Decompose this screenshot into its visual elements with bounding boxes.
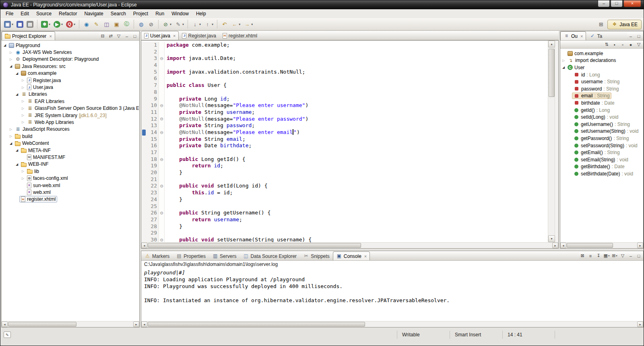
collapse-fold-icon[interactable]: ⊖ bbox=[160, 157, 163, 162]
scroll-lock-icon[interactable]: ≡ bbox=[587, 252, 594, 259]
menu-project[interactable]: Project bbox=[130, 10, 152, 18]
project-item-lib[interactable]: ▷lib bbox=[2, 168, 139, 175]
debug-button[interactable]: ✱▾ bbox=[40, 19, 52, 29]
code-line-9[interactable]: 9 private Long id; bbox=[141, 96, 548, 103]
collapse-fold-icon[interactable]: ⊖ bbox=[160, 56, 163, 61]
project-item-meta-inf[interactable]: ◢META-INF bbox=[2, 147, 139, 154]
pencil-icon[interactable]: ✎ bbox=[4, 332, 11, 338]
outline-item-id[interactable]: id : Long bbox=[560, 71, 643, 78]
code-line-11[interactable]: 11 private String username; bbox=[141, 109, 548, 116]
view-menu-icon[interactable]: ▽ bbox=[635, 41, 642, 48]
sort-icon[interactable]: ⇅ bbox=[603, 41, 610, 48]
new-ejb-button[interactable]: ◫ bbox=[102, 19, 111, 29]
project-item-playground[interactable]: ◢Playground bbox=[2, 42, 139, 49]
dropdown-caret-icon[interactable]: ▾ bbox=[182, 23, 184, 26]
menu-file[interactable]: File bbox=[2, 10, 17, 18]
java-ee-perspective-button[interactable]: ❖ Java EE bbox=[607, 20, 642, 29]
dropdown-caret-icon[interactable]: ▾ bbox=[251, 23, 253, 26]
menu-search[interactable]: Search bbox=[107, 10, 130, 18]
close-icon[interactable]: × bbox=[580, 34, 583, 39]
outline-item-setusername-string[interactable]: setUsername(String) : void bbox=[560, 128, 643, 135]
outline-item-setbirthdate-date[interactable]: setBirthdate(Date) : void bbox=[560, 170, 643, 177]
open-web-browser-button[interactable]: ◍ bbox=[136, 19, 146, 29]
tab-register-java[interactable]: JRegister.java bbox=[179, 31, 219, 40]
scroll-left-icon[interactable]: ◂ bbox=[141, 243, 147, 248]
tab-ta[interactable]: ✓Ta bbox=[586, 31, 605, 40]
link-with-editor-icon[interactable]: ⇄ bbox=[107, 33, 114, 39]
outline-item-setemail-string[interactable]: setEmail(String) : void bbox=[560, 156, 643, 163]
dropdown-caret-icon[interactable]: ▾ bbox=[212, 23, 213, 26]
collapsed-arrow-icon[interactable]: ▷ bbox=[21, 107, 25, 110]
collapse-fold-icon[interactable]: ⊖ bbox=[160, 211, 163, 215]
code-line-15[interactable]: 15 private String email; bbox=[141, 136, 548, 143]
forward-button[interactable]: →▾ bbox=[242, 19, 254, 29]
collapse-fold-icon[interactable]: ⊖ bbox=[160, 117, 163, 121]
dropdown-caret-icon[interactable]: ▾ bbox=[199, 23, 201, 26]
collapse-all-icon[interactable]: ⊟ bbox=[99, 33, 106, 39]
menu-navigate[interactable]: Navigate bbox=[80, 10, 107, 18]
code-line-13[interactable]: 13 private String password; bbox=[141, 122, 548, 129]
scroll-down-icon[interactable]: ▾ bbox=[548, 235, 555, 242]
code-line-4[interactable]: 4 bbox=[141, 62, 548, 69]
print-button[interactable]: ▤ bbox=[25, 19, 35, 29]
project-item-user-java[interactable]: ▷JUser.java bbox=[2, 84, 139, 91]
project-item-manifest-mf[interactable]: MMANIFEST.MF bbox=[2, 154, 139, 161]
close-icon[interactable]: × bbox=[364, 254, 367, 259]
outline-item-setid-long[interactable]: setId(Long) : void bbox=[560, 113, 643, 121]
code-line-18[interactable]: 18⊖ public Long getId() { bbox=[141, 156, 548, 163]
new-web-service-button[interactable]: ◉ bbox=[82, 19, 91, 29]
code-line-7[interactable]: 7public class User { bbox=[141, 82, 548, 89]
run-button[interactable]: ▶▾ bbox=[52, 19, 64, 29]
console-hscrollbar[interactable]: ◂ ▸ bbox=[141, 321, 643, 327]
project-item-jre-system-library[interactable]: ▷≣JRE System Library [jdk1.6.0_23] bbox=[2, 112, 139, 119]
last-edit-location-button[interactable]: ↶ bbox=[220, 19, 229, 29]
scroll-right-icon[interactable]: ▸ bbox=[637, 321, 643, 327]
code-line-27[interactable]: 27 return username; bbox=[141, 216, 548, 223]
menu-edit[interactable]: Edit bbox=[17, 10, 33, 18]
scroll-left-icon[interactable]: ◂ bbox=[141, 321, 147, 327]
outline-item-com-example[interactable]: com.example bbox=[560, 50, 643, 57]
back-button[interactable]: ←▾ bbox=[230, 19, 242, 29]
project-item-build[interactable]: ▷build bbox=[2, 133, 139, 140]
project-item-register-xhtml[interactable]: Hregister.xhtml bbox=[2, 196, 139, 203]
minimize-icon[interactable]: – bbox=[627, 33, 634, 39]
hscroll-thumb[interactable] bbox=[148, 322, 365, 327]
code-line-24[interactable]: 24 } bbox=[141, 196, 548, 203]
tab-markers[interactable]: ⚠Markers bbox=[141, 251, 173, 260]
outline-item-getpassword[interactable]: getPassword() : String bbox=[560, 135, 643, 142]
project-item-java-resources-src[interactable]: ◢Java Resources: src bbox=[2, 63, 139, 70]
code-line-17[interactable]: 17 bbox=[141, 149, 548, 156]
close-icon[interactable]: × bbox=[49, 34, 52, 39]
collapsed-arrow-icon[interactable]: ▷ bbox=[21, 177, 25, 180]
maximize-window-button[interactable]: □ bbox=[611, 0, 623, 7]
save-button[interactable]: ▦ bbox=[15, 19, 25, 29]
expanded-arrow-icon[interactable]: ◢ bbox=[14, 72, 19, 75]
code-line-3[interactable]: 3⊖import java.util.Date; bbox=[141, 55, 548, 62]
collapsed-arrow-icon[interactable]: ▷ bbox=[21, 113, 25, 117]
maximize-icon[interactable]: □ bbox=[635, 252, 642, 259]
code-line-30[interactable]: 30⊖ public void setUsername(String usern… bbox=[141, 237, 548, 242]
outline-item-getbirthdate[interactable]: getBirthdate() : Date bbox=[560, 163, 643, 171]
minimize-window-button[interactable]: – bbox=[598, 0, 610, 7]
collapsed-arrow-icon[interactable]: ▷ bbox=[21, 99, 25, 103]
project-item-web-app-libraries[interactable]: ▷≣Web App Libraries bbox=[2, 119, 139, 126]
new-package-button[interactable]: ▣ bbox=[112, 19, 121, 29]
code-line-10[interactable]: 10⊖ @NotNull(message="Please enter usern… bbox=[141, 102, 548, 109]
code-line-28[interactable]: 28 } bbox=[141, 223, 548, 230]
previous-annotation-button[interactable]: ↑▾ bbox=[203, 19, 215, 29]
view-menu-icon[interactable]: ▽ bbox=[115, 33, 122, 39]
menu-window[interactable]: Window bbox=[168, 10, 192, 18]
display-selected-console-icon[interactable]: ▦▾ bbox=[603, 252, 610, 259]
expanded-arrow-icon[interactable]: ◢ bbox=[14, 148, 19, 152]
tab-properties[interactable]: ▤Properties bbox=[173, 251, 209, 260]
outline-hscrollbar[interactable]: ◂ ▸ bbox=[560, 242, 643, 248]
outline-item-getemail[interactable]: getEmail() : String bbox=[560, 149, 643, 156]
outline-item-username[interactable]: username : String bbox=[560, 78, 643, 85]
close-window-button[interactable]: × bbox=[623, 0, 641, 7]
project-item-javascript-resources[interactable]: ▷≣JavaScript Resources bbox=[2, 126, 139, 133]
code-line-8[interactable]: 8 bbox=[141, 89, 548, 96]
menu-refactor[interactable]: Refactor bbox=[55, 10, 80, 18]
maximize-icon[interactable]: □ bbox=[635, 33, 642, 39]
hide-non-public-icon[interactable]: ● bbox=[627, 41, 634, 48]
collapse-fold-icon[interactable]: ⊖ bbox=[160, 130, 163, 135]
